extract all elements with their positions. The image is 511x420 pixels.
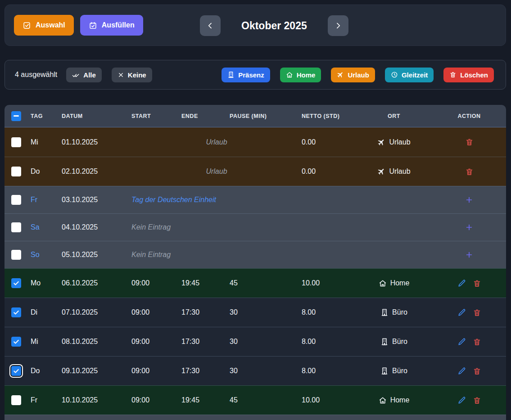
table-header: TAG DATUM START ENDE PAUSE (MIN) NETTO (… [5,105,506,127]
table-row: Di07.10.202509:0017:30308.00Büro [5,298,506,327]
ort-cell: Büro [356,308,432,316]
trash-icon [473,338,481,346]
delete-button[interactable] [473,308,481,317]
row-actions [432,367,506,375]
end-time: 17:30 [181,338,230,346]
check-icon [13,280,20,287]
add-entry-button[interactable] [465,195,474,204]
ort-label: Büro [392,367,407,375]
start-time: 09:00 [131,279,181,287]
add-entry-button[interactable] [465,223,474,232]
day-label: Mo [31,279,62,287]
double-check-icon [72,71,80,79]
trash-icon [473,279,481,288]
house-icon [286,71,293,78]
table-row: Mo06.10.202509:0019:454510.00Home [5,268,506,298]
start-time: 09:00 [131,308,181,316]
row-checkbox[interactable] [11,278,21,288]
edit-button[interactable] [457,367,466,375]
edit-button[interactable] [457,308,466,317]
row-checkbox[interactable] [11,195,21,205]
double-check-icon [72,71,80,79]
row-checkbox[interactable] [11,395,21,405]
row-checkbox[interactable] [11,222,21,232]
row-actions [432,138,506,146]
pencil-icon [457,367,466,375]
row-actions [432,223,506,232]
plane-icon [337,71,344,78]
end-time: 17:30 [181,367,230,375]
ausfuellen-button[interactable]: Ausfüllen [80,15,143,36]
no-entry-label: Kein Eintrag [131,251,356,259]
ort-label: Büro [392,308,407,316]
house-icon [379,396,387,404]
pencil-icon [457,308,466,317]
trash-icon [473,308,481,317]
select-all-checkbox[interactable] [11,111,21,121]
delete-button[interactable] [473,367,481,375]
x-icon [118,72,124,78]
month-navigation: Oktober 2025 [200,15,348,36]
row-checkbox[interactable] [11,337,21,347]
holiday-label: Tag der Deutschen Einheit [131,196,356,204]
table-row: Mi08.10.202509:0017:30308.00Büro [5,327,506,356]
pause-minutes: 30 [230,308,302,316]
time-table: TAG DATUM START ENDE PAUSE (MIN) NETTO (… [5,105,506,420]
bulk-action-buttons: PräsenzHomeUrlaubGleitzeitLöschen [222,68,494,82]
chevron-right-icon [334,21,343,30]
table-row: Do09.10.202509:0017:30308.00Büro [5,356,506,385]
ort-cell: Urlaub [356,167,432,176]
day-label: Fr [31,396,62,404]
plus-icon [465,223,474,232]
bulk-urlaub-button[interactable]: Urlaub [331,68,375,82]
table-row: Do02.10.2025Urlaub0.00Urlaub [5,157,506,186]
prev-month-button[interactable] [200,15,221,36]
netto-hours: 8.00 [302,367,356,375]
ort-label: Büro [392,338,407,346]
bulk-gleitzeit-button[interactable]: Gleitzeit [385,68,434,82]
date-label: 04.10.2025 [62,223,131,231]
delete-button[interactable] [473,279,481,288]
next-month-button[interactable] [328,15,348,36]
select-all-label: Alle [83,71,96,79]
delete-button[interactable] [465,167,474,176]
table-row: Fr10.10.202509:0019:454510.00Home [5,385,506,415]
start-time: 09:00 [131,338,181,346]
bulk-praesenz-button[interactable]: Präsenz [222,68,270,82]
bulk-home-button[interactable]: Home [280,68,321,82]
row-checkbox[interactable] [11,137,21,147]
vacation-note: Urlaub [131,138,302,146]
netto-hours: 10.00 [302,279,356,287]
netto-hours: 8.00 [302,338,356,346]
delete-button[interactable] [465,138,474,146]
select-all-button[interactable]: Alle [66,68,102,82]
auswahl-button[interactable]: Auswahl [14,15,74,36]
row-checkbox[interactable] [11,307,21,317]
check-square-icon [23,21,31,30]
bulk-loeschen-label: Löschen [460,71,488,79]
no-entry-label: Kein Eintrag [131,223,356,231]
row-checkbox-cell [5,195,31,205]
trash-icon [473,396,481,405]
select-all-header-cell [5,111,31,121]
row-checkbox-cell [5,222,31,232]
delete-button[interactable] [473,396,481,405]
check-square-icon [23,21,31,30]
building-icon [380,338,389,346]
edit-button[interactable] [457,396,466,405]
row-checkbox[interactable] [11,366,21,376]
row-checkbox[interactable] [11,250,21,260]
row-checkbox[interactable] [11,167,21,176]
row-checkbox-cell [5,137,31,147]
house-icon [379,279,387,287]
building-icon [380,367,389,375]
column-header-ende: ENDE [181,113,230,119]
edit-button[interactable] [457,279,466,288]
bulk-loeschen-button[interactable]: Löschen [443,68,494,82]
chevron-right-icon [334,21,343,30]
delete-button[interactable] [473,338,481,346]
add-entry-button[interactable] [465,250,474,259]
check-icon [13,309,20,316]
select-none-button[interactable]: Keine [112,68,152,82]
edit-button[interactable] [457,338,466,346]
